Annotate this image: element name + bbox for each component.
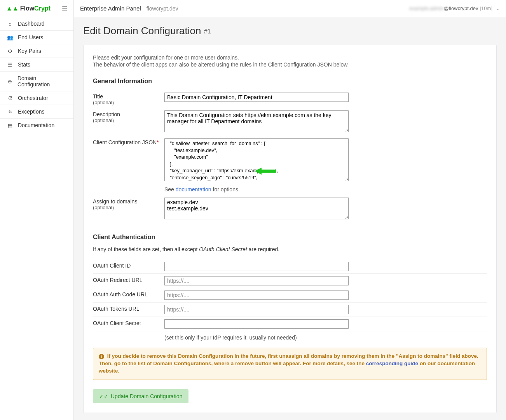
oauth-secret-note: (set this only if your IdP requires it, …: [164, 334, 349, 341]
client-config-json-textarea[interactable]: [164, 138, 349, 181]
removal-warning-alert: i If you decide to remove this Domain Co…: [93, 348, 487, 380]
page-title-text: Edit Domain Configuration: [83, 25, 201, 37]
auth-intro-suffix: are required.: [247, 246, 279, 252]
users-icon: 👥: [6, 35, 14, 40]
oauth-redirect-label: OAuth Redirect URL: [93, 276, 164, 283]
domains-label-text: Assign to domains: [93, 198, 137, 205]
brand-icon: ▲▲: [6, 5, 19, 12]
sidebar-item-end-users[interactable]: 👥 End Users: [0, 31, 73, 44]
oauth-secret-label: OAuth Client Secret: [93, 319, 164, 326]
sidebar-item-domain-configuration[interactable]: ⊕ Domain Configuration: [0, 72, 73, 91]
description-sublabel: (optional): [93, 117, 164, 123]
sidebar-item-label: Stats: [18, 61, 30, 68]
stats-icon: ☰: [6, 62, 14, 68]
sidebar: ▲▲FlowCrypt ☰ ⌂ Dashboard 👥 End Users ⚙ …: [0, 0, 74, 420]
title-sublabel: (optional): [93, 100, 164, 105]
sidebar-item-exceptions[interactable]: ≋ Exceptions: [0, 105, 73, 119]
page-title: Edit Domain Configuration #1: [83, 25, 497, 37]
oauth-auth-code-label: OAuth Auth Code URL: [93, 290, 164, 298]
user-name-hidden: example.admin: [409, 5, 443, 11]
oauth-secret-input[interactable]: [164, 319, 349, 329]
brand-suffix: Crypt: [34, 5, 51, 12]
corresponding-guide-link[interactable]: corresponding guide: [366, 360, 418, 366]
sidebar-item-label: Key Pairs: [18, 48, 41, 54]
sidebar-item-label: Domain Configuration: [17, 75, 67, 88]
update-domain-config-button[interactable]: ✓✓ Update Domain Configuration: [93, 389, 188, 403]
sidebar-item-label: Dashboard: [18, 21, 45, 27]
sidebar-item-label: Orchestrator: [18, 95, 48, 101]
home-icon: ⌂: [6, 21, 14, 27]
intro-line-2: The behavior of the client apps can also…: [93, 61, 487, 68]
sidebar-item-key-pairs[interactable]: ⚙ Key Pairs: [0, 44, 73, 58]
topbar: Enterprise Admin Panel flowcrypt.dev exa…: [74, 0, 506, 17]
required-indicator: *: [157, 139, 159, 145]
menu-toggle-icon[interactable]: ☰: [62, 5, 67, 12]
sidebar-item-dashboard[interactable]: ⌂ Dashboard: [0, 17, 73, 31]
auth-intro-em: OAuth Client Secret: [199, 246, 247, 252]
page-title-id: #1: [204, 28, 211, 35]
update-button-label: Update Domain Configuration: [111, 393, 182, 399]
orchestrator-icon: ⏱: [6, 95, 14, 101]
brand-prefix: Flow: [20, 5, 34, 12]
description-textarea[interactable]: [164, 110, 349, 132]
json-help-text: See documentation for options.: [164, 186, 349, 192]
session-time: [10m]: [480, 5, 492, 11]
json-help-suffix: for options.: [211, 186, 240, 192]
intro-line-1: Please edit your configuration for one o…: [93, 54, 487, 61]
json-label: Client Configuration JSON*: [93, 138, 164, 145]
oauth-auth-code-input[interactable]: [164, 290, 349, 300]
oauth-client-id-label: OAuth Client ID: [93, 262, 164, 269]
info-icon: i: [99, 354, 104, 359]
domains-label: Assign to domains (optional): [93, 198, 164, 210]
auth-intro-prefix: If any of these fields are set, then all…: [93, 246, 199, 252]
sidebar-item-label: End Users: [18, 34, 43, 40]
sidebar-item-documentation[interactable]: ▤ Documentation: [0, 119, 73, 132]
globe-icon: ⊕: [6, 79, 14, 84]
documentation-link[interactable]: documentation: [176, 186, 211, 192]
oauth-client-id-input[interactable]: [164, 262, 349, 271]
keys-icon: ⚙: [6, 48, 14, 54]
topbar-title: Enterprise Admin Panel: [80, 5, 141, 12]
client-auth-intro: If any of these fields are set, then all…: [93, 246, 487, 252]
sidebar-item-label: Documentation: [18, 122, 54, 128]
oauth-tokens-input[interactable]: [164, 305, 349, 314]
sidebar-item-label: Exceptions: [18, 108, 44, 115]
brand-logo[interactable]: ▲▲FlowCrypt: [6, 5, 51, 12]
title-label-text: Title: [93, 93, 103, 100]
title-input[interactable]: [164, 93, 349, 102]
client-auth-heading: Client Authentication: [93, 234, 487, 241]
title-label: Title (optional): [93, 93, 164, 105]
chevron-down-icon[interactable]: ⌄: [496, 5, 500, 11]
sidebar-header: ▲▲FlowCrypt ☰: [0, 0, 73, 17]
user-domain: @flowcrypt.dev: [443, 5, 478, 11]
json-label-text: Client Configuration JSON: [93, 139, 157, 145]
sidebar-item-stats[interactable]: ☰ Stats: [0, 58, 73, 72]
domains-sublabel: (optional): [93, 205, 164, 210]
oauth-tokens-label: OAuth Tokens URL: [93, 305, 164, 312]
description-label: Description (optional): [93, 110, 164, 123]
oauth-redirect-input[interactable]: [164, 276, 349, 285]
user-menu[interactable]: example.admin @flowcrypt.dev [10m] ⌄: [409, 5, 500, 11]
exceptions-icon: ≋: [6, 109, 14, 115]
check-all-icon: ✓✓: [99, 393, 108, 399]
topbar-subtitle: flowcrypt.dev: [147, 5, 178, 12]
description-label-text: Description: [93, 111, 120, 117]
json-help-prefix: See: [164, 186, 176, 192]
general-info-heading: General Information: [93, 78, 487, 85]
config-card: Please edit your configuration for one o…: [83, 45, 497, 413]
sidebar-item-orchestrator[interactable]: ⏱ Orchestrator: [0, 91, 73, 105]
assign-domains-textarea[interactable]: [164, 198, 349, 219]
docs-icon: ▤: [6, 122, 14, 128]
